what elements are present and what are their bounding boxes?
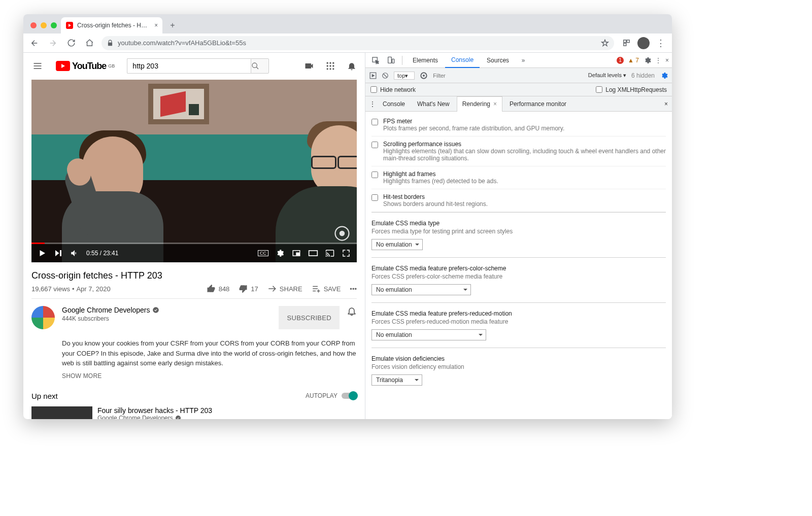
drawer-tab-perfmon[interactable]: Performance monitor bbox=[504, 96, 571, 112]
profile-avatar[interactable] bbox=[637, 37, 650, 49]
live-expression-icon[interactable] bbox=[420, 72, 428, 80]
color-scheme-select[interactable]: No emulation bbox=[371, 284, 471, 295]
dislike-button[interactable]: 17 bbox=[239, 284, 258, 293]
opt-hittest[interactable]: Hit-test bordersShows borders around hit… bbox=[371, 189, 666, 212]
device-toggle-icon[interactable] bbox=[384, 53, 398, 67]
notifications-icon[interactable] bbox=[347, 61, 357, 71]
window-close-icon[interactable] bbox=[30, 22, 37, 28]
next-channel: Google Chrome Developers bbox=[97, 415, 173, 419]
svg-point-8 bbox=[327, 65, 328, 67]
like-button[interactable]: 848 bbox=[207, 284, 230, 293]
vision-deficiency-select[interactable]: Tritanopia bbox=[371, 374, 422, 386]
browser-menu-icon[interactable]: ⋮ bbox=[655, 37, 667, 49]
theater-icon[interactable] bbox=[308, 250, 318, 257]
settings-icon[interactable] bbox=[276, 249, 285, 258]
close-icon[interactable]: × bbox=[665, 57, 669, 64]
new-tab-button[interactable]: + bbox=[165, 18, 180, 32]
captions-icon[interactable]: CC bbox=[258, 250, 268, 256]
up-next-label: Up next bbox=[31, 392, 58, 400]
tab-sources[interactable]: Sources bbox=[481, 53, 515, 68]
media-type-select[interactable]: No emulation bbox=[371, 239, 423, 250]
channel-name[interactable]: Google Chrome Developers bbox=[62, 306, 150, 314]
url-bar[interactable]: youtube.com/watch?v=vfAHa5GBLio&t=55s bbox=[101, 36, 614, 50]
browser-tab[interactable]: Cross-origin fetches - HTTP 20… × bbox=[61, 17, 162, 33]
inspect-icon[interactable] bbox=[368, 53, 383, 67]
reduced-motion-select[interactable]: No emulation bbox=[371, 329, 486, 340]
reload-button[interactable] bbox=[65, 37, 77, 49]
window-maximize-icon[interactable] bbox=[51, 22, 57, 28]
clear-icon[interactable] bbox=[382, 72, 389, 79]
filter-input[interactable] bbox=[433, 73, 503, 79]
drawer-tab-console[interactable]: Console bbox=[378, 96, 410, 112]
share-button[interactable]: SHARE bbox=[267, 284, 302, 293]
close-icon[interactable]: × bbox=[493, 100, 497, 108]
forward-button[interactable] bbox=[47, 37, 59, 49]
svg-point-7 bbox=[332, 62, 334, 64]
extensions-icon[interactable] bbox=[620, 37, 632, 49]
more-icon[interactable]: ••• bbox=[350, 285, 357, 293]
devtools-menu-icon[interactable]: ⋮ bbox=[655, 57, 661, 64]
home-button[interactable] bbox=[83, 37, 95, 49]
verified-icon bbox=[175, 415, 181, 419]
search-input[interactable] bbox=[127, 58, 251, 74]
create-icon[interactable] bbox=[304, 61, 314, 71]
tab-elements[interactable]: Elements bbox=[407, 53, 444, 68]
hidden-count[interactable]: 6 hidden bbox=[631, 72, 655, 79]
browser-window: Cross-origin fetches - HTTP 20… × + yout… bbox=[23, 14, 672, 419]
chk-log-xhr[interactable]: Log XMLHttpRequests bbox=[596, 86, 667, 93]
autoplay-toggle[interactable] bbox=[342, 393, 357, 399]
notifications-bell-icon[interactable] bbox=[347, 306, 357, 329]
video-player[interactable]: 0:55 / 23:41 CC bbox=[31, 80, 357, 263]
svg-rect-23 bbox=[388, 57, 392, 63]
tab-bar: Cross-origin fetches - HTTP 20… × + bbox=[23, 14, 672, 33]
opt-scrolling-issues[interactable]: Scrolling performance issuesHighlights e… bbox=[371, 136, 666, 166]
channel-avatar[interactable] bbox=[31, 306, 55, 329]
svg-rect-24 bbox=[392, 59, 394, 63]
fullscreen-icon[interactable] bbox=[342, 249, 351, 258]
show-more-button[interactable]: SHOW MORE bbox=[31, 368, 357, 388]
video-title: Cross-origin fetches - HTTP 203 bbox=[31, 262, 357, 284]
svg-rect-18 bbox=[296, 253, 299, 255]
autoplay-label: AUTOPLAY bbox=[306, 392, 337, 399]
youtube-favicon-icon bbox=[66, 22, 73, 29]
youtube-logo[interactable]: YouTubeGB bbox=[56, 61, 115, 72]
drawer-menu-icon[interactable]: ⋮ bbox=[369, 100, 376, 108]
apps-icon[interactable] bbox=[325, 61, 335, 71]
hamburger-icon[interactable] bbox=[31, 60, 44, 72]
cast-icon[interactable] bbox=[325, 249, 334, 258]
star-icon[interactable] bbox=[601, 39, 609, 47]
gear-icon[interactable] bbox=[660, 72, 668, 80]
thumbs-down-icon bbox=[239, 284, 248, 293]
window-minimize-icon[interactable] bbox=[41, 22, 47, 28]
log-levels[interactable]: Default levels ▾ bbox=[588, 72, 626, 79]
context-select[interactable]: top ▾ bbox=[394, 72, 415, 80]
search-button[interactable] bbox=[251, 58, 269, 74]
drawer-tab-whatsnew[interactable]: What's New bbox=[412, 96, 455, 112]
subscribe-button[interactable]: SUBSCRIBED bbox=[279, 306, 340, 329]
play-icon[interactable] bbox=[369, 72, 377, 79]
more-tabs-icon[interactable]: » bbox=[516, 53, 530, 67]
play-icon[interactable] bbox=[38, 249, 47, 258]
opt-ad-frames[interactable]: Highlight ad framesHighlights frames (re… bbox=[371, 166, 666, 189]
view-count: 19,667 views bbox=[31, 285, 70, 293]
devtools-panel: Elements Console Sources » 1 ▲ 7 ⋮ × top… bbox=[365, 53, 672, 419]
svg-point-12 bbox=[329, 68, 331, 70]
back-button[interactable] bbox=[28, 37, 41, 49]
next-icon[interactable] bbox=[54, 249, 63, 258]
close-icon[interactable]: × bbox=[154, 22, 157, 29]
svg-point-27 bbox=[423, 75, 425, 77]
save-button[interactable]: SAVE bbox=[312, 284, 341, 293]
gear-icon[interactable] bbox=[643, 56, 651, 64]
miniplayer-icon[interactable] bbox=[292, 249, 301, 258]
chk-hide-network[interactable]: Hide network bbox=[370, 86, 416, 93]
close-icon[interactable]: × bbox=[664, 100, 668, 108]
tab-console[interactable]: Console bbox=[445, 53, 480, 68]
up-next-item[interactable]: Four sillv Four silly browser hacks - HT… bbox=[31, 404, 357, 419]
drawer-tab-rendering[interactable]: Rendering × bbox=[457, 96, 502, 112]
svg-point-5 bbox=[327, 62, 328, 64]
lock-icon bbox=[107, 40, 114, 47]
svg-rect-19 bbox=[309, 251, 318, 256]
progress-bar[interactable] bbox=[31, 243, 357, 244]
volume-icon[interactable] bbox=[70, 249, 79, 258]
opt-fps-meter[interactable]: FPS meterPlots frames per second, frame … bbox=[371, 114, 666, 136]
